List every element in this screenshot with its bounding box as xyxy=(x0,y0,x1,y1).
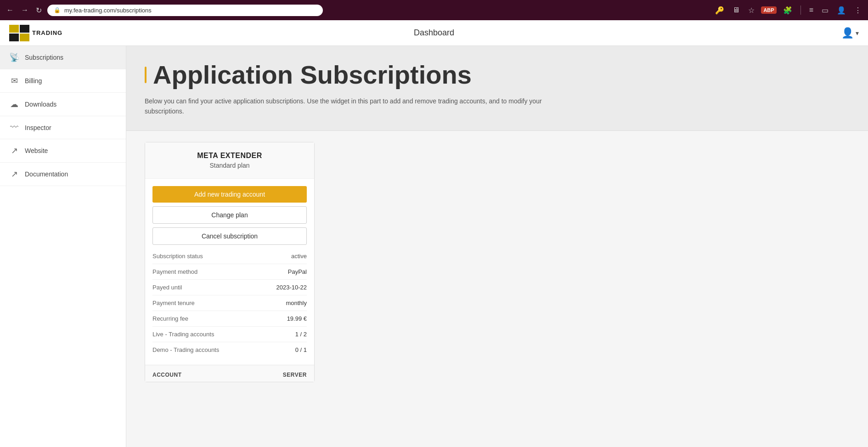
detail-value-demo: 0 / 1 xyxy=(295,346,307,353)
detail-demo-accounts: Demo - Trading accounts 0 / 1 xyxy=(152,342,307,357)
user-dropdown-arrow: ▾ xyxy=(856,29,859,37)
main-content: 📡 Subscriptions ✉ Billing ☁ Downloads 〰 … xyxy=(0,46,868,447)
page-content: Application Subscriptions Below you can … xyxy=(126,46,868,447)
app-logo: TRADING xyxy=(9,25,62,41)
reload-button[interactable]: ↻ xyxy=(34,4,44,17)
detail-value-status: active xyxy=(291,253,307,260)
back-button[interactable]: ← xyxy=(5,4,16,16)
forward-button[interactable]: → xyxy=(19,4,30,16)
subscription-plan: Standard plan xyxy=(154,162,305,169)
extensions-icon[interactable]: 🧩 xyxy=(781,4,794,17)
detail-label-tenure: Payment tenure xyxy=(152,300,195,306)
change-plan-button[interactable]: Change plan xyxy=(152,206,307,224)
detail-recurring-fee: Recurring fee 19.99 € xyxy=(152,311,307,327)
subscription-title: META EXTENDER xyxy=(154,152,305,160)
subscriptions-icon: 📡 xyxy=(9,52,19,62)
logo-sq-3 xyxy=(9,34,19,41)
address-bar[interactable]: 🔒 my.fea-trading.com/subscriptions xyxy=(47,5,323,16)
logo-sq-1 xyxy=(9,25,19,33)
sidebar-item-documentation[interactable]: ↗ Documentation xyxy=(0,163,126,186)
page-title: Application Subscriptions xyxy=(153,60,472,90)
security-icon: 🔒 xyxy=(54,7,61,13)
user-icon: 👤 xyxy=(841,27,854,39)
detail-label-demo: Demo - Trading accounts xyxy=(152,346,219,353)
page-title-container: Application Subscriptions xyxy=(145,60,850,90)
add-trading-account-button[interactable]: Add new trading account xyxy=(152,186,307,203)
detail-value-payment-method: PayPal xyxy=(288,268,307,275)
billing-icon: ✉ xyxy=(9,76,19,86)
logo-sq-2 xyxy=(20,25,29,33)
account-col-account: ACCOUNT xyxy=(152,372,182,378)
sidebar-item-inspector[interactable]: 〰 Inspector xyxy=(0,116,126,139)
app-layout: TRADING Dashboard 👤 ▾ 📡 Subscriptions ✉ … xyxy=(0,20,868,447)
app-header: TRADING Dashboard 👤 ▾ xyxy=(0,20,868,46)
url-text: my.fea-trading.com/subscriptions xyxy=(64,7,316,14)
detail-payed-until: Payed until 2023-10-22 xyxy=(152,280,307,295)
adblock-icon[interactable]: ABP xyxy=(761,6,776,14)
sidebar-label-documentation: Documentation xyxy=(25,170,68,178)
sidebar-toggle-icon[interactable]: ▭ xyxy=(820,4,830,17)
detail-payment-tenure: Payment tenure monthly xyxy=(152,295,307,311)
subscription-card-header: META EXTENDER Standard plan xyxy=(145,142,314,179)
browser-chrome: ← → ↻ 🔒 my.fea-trading.com/subscriptions… xyxy=(0,0,868,20)
detail-label-payed-until: Payed until xyxy=(152,284,182,291)
inspector-icon: 〰 xyxy=(9,123,19,132)
account-col-server: SERVER xyxy=(283,372,307,378)
menu-icon-1[interactable]: ≡ xyxy=(807,4,815,16)
sidebar-label-subscriptions: Subscriptions xyxy=(25,54,63,61)
detail-label-status: Subscription status xyxy=(152,253,203,260)
browser-actions: 🔑 🖥 ☆ ABP 🧩 ≡ ▭ 👤 ⋮ xyxy=(713,4,863,17)
subscription-details: Subscription status active Payment metho… xyxy=(152,249,307,357)
downloads-icon: ☁ xyxy=(9,99,19,109)
user-menu[interactable]: 👤 ▾ xyxy=(841,27,859,39)
subscription-card: META EXTENDER Standard plan Add new trad… xyxy=(145,142,315,382)
avatar-icon[interactable]: 👤 xyxy=(835,4,848,17)
more-menu-icon[interactable]: ⋮ xyxy=(852,4,863,17)
detail-label-payment-method: Payment method xyxy=(152,268,197,275)
page-description-1: Below you can find your active applicati… xyxy=(145,96,850,106)
sidebar-item-subscriptions[interactable]: 📡 Subscriptions xyxy=(0,46,126,69)
page-description-2: subscriptions. xyxy=(145,106,850,116)
documentation-icon: ↗ xyxy=(9,169,19,179)
divider xyxy=(800,6,801,15)
subscription-card-body: Add new trading account Change plan Canc… xyxy=(145,179,314,365)
sidebar-label-billing: Billing xyxy=(25,77,42,85)
detail-value-tenure: monthly xyxy=(286,300,307,306)
website-icon: ↗ xyxy=(9,146,19,156)
sidebar: 📡 Subscriptions ✉ Billing ☁ Downloads 〰 … xyxy=(0,46,126,447)
account-table-header: ACCOUNT SERVER xyxy=(145,365,314,382)
page-header: Application Subscriptions Below you can … xyxy=(126,46,868,131)
sidebar-item-website[interactable]: ↗ Website xyxy=(0,139,126,163)
sidebar-label-website: Website xyxy=(25,147,48,154)
logo-squares xyxy=(9,25,29,41)
detail-subscription-status: Subscription status active xyxy=(152,249,307,264)
logo-sq-4 xyxy=(20,34,29,41)
sidebar-item-billing[interactable]: ✉ Billing xyxy=(0,69,126,93)
detail-label-fee: Recurring fee xyxy=(152,315,188,322)
detail-live-accounts: Live - Trading accounts 1 / 2 xyxy=(152,327,307,342)
sidebar-item-downloads[interactable]: ☁ Downloads xyxy=(0,93,126,116)
detail-value-fee: 19.99 € xyxy=(287,315,307,322)
sidebar-label-downloads: Downloads xyxy=(25,101,56,108)
bookmark-icon[interactable]: ☆ xyxy=(746,4,756,17)
page-header-accent xyxy=(145,67,147,83)
detail-payment-method: Payment method PayPal xyxy=(152,264,307,280)
detail-value-live: 1 / 2 xyxy=(295,331,307,338)
key-icon[interactable]: 🔑 xyxy=(713,4,726,17)
detail-label-live: Live - Trading accounts xyxy=(152,331,214,338)
sidebar-label-inspector: Inspector xyxy=(25,124,51,131)
detail-value-payed-until: 2023-10-22 xyxy=(276,284,307,291)
cancel-subscription-button[interactable]: Cancel subscription xyxy=(152,227,307,245)
app-header-title: Dashboard xyxy=(414,28,454,38)
logo-text: TRADING xyxy=(32,29,62,36)
cast-icon[interactable]: 🖥 xyxy=(731,4,742,16)
